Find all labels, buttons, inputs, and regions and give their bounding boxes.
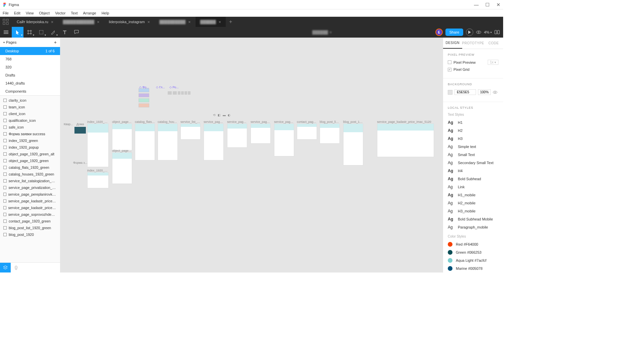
move-tool[interactable]: ▾ bbox=[12, 27, 23, 38]
menu-file[interactable]: File bbox=[3, 11, 9, 15]
canvas-frame[interactable]: blog_post_list_... bbox=[320, 120, 340, 144]
text-style-item[interactable]: AgH2 bbox=[448, 127, 498, 135]
file-name[interactable]: ██████▾ bbox=[312, 30, 332, 35]
layer-item[interactable]: service_page_pereplanirovka_1920... bbox=[0, 191, 60, 198]
canvas-frame[interactable]: catalog_hous... bbox=[158, 120, 178, 160]
menu-view[interactable]: View bbox=[26, 11, 34, 15]
tab-prototype[interactable]: PROTOTYPE bbox=[462, 38, 484, 49]
layer-item[interactable]: team_icon bbox=[0, 104, 60, 110]
canvas-frame[interactable]: index_1920_p... bbox=[87, 169, 109, 188]
layer-item[interactable]: object_page_1920_green bbox=[0, 157, 60, 164]
zoom-dropdown[interactable]: 4%▾ bbox=[484, 30, 492, 34]
layer-item[interactable]: service_page_kadastr_price_1920_... bbox=[0, 204, 60, 211]
library-icon[interactable] bbox=[494, 30, 500, 35]
new-tab-button[interactable]: + bbox=[226, 19, 235, 25]
close-tab-icon[interactable]: × bbox=[218, 19, 221, 24]
user-avatar[interactable]: E bbox=[435, 29, 443, 36]
canvas-frame[interactable]: object_page_... bbox=[112, 120, 132, 150]
text-style-item[interactable]: AgH4 bbox=[448, 167, 498, 175]
frame-tool[interactable]: ▾ bbox=[23, 27, 35, 38]
selection-toolbar[interactable]: ⟲◧▬◐ bbox=[213, 113, 230, 117]
background-swatch[interactable] bbox=[448, 90, 452, 95]
file-tab[interactable]: ████████████× bbox=[58, 17, 104, 27]
text-style-item[interactable]: AgBold Subhead bbox=[448, 175, 498, 183]
page-item[interactable]: 320 bbox=[0, 63, 60, 71]
pixel-preview-scale[interactable]: 1x ▾ bbox=[488, 60, 498, 65]
pixel-grid-checkbox[interactable] bbox=[448, 68, 451, 71]
menu-edit[interactable]: Edit bbox=[14, 11, 20, 15]
add-page-button[interactable]: + bbox=[54, 40, 57, 45]
visibility-icon[interactable] bbox=[493, 91, 497, 94]
layer-item[interactable]: qualification_icon bbox=[0, 117, 60, 124]
layer-item[interactable]: blog_post_list_1920_green bbox=[0, 225, 60, 231]
layer-item[interactable]: clarity_icon bbox=[0, 97, 60, 104]
text-style-item[interactable]: AgSecondary Small Text bbox=[448, 159, 498, 167]
home-icon[interactable] bbox=[3, 19, 9, 25]
frame-label[interactable]: Квар... bbox=[64, 122, 73, 126]
text-style-item[interactable]: AgH3_mobile bbox=[448, 207, 498, 215]
close-icon[interactable]: ✕ bbox=[496, 2, 500, 7]
page-item[interactable]: Drafts bbox=[0, 71, 60, 79]
text-style-item[interactable]: AgH1_mobile bbox=[448, 191, 498, 199]
tab-code[interactable]: CODE bbox=[484, 38, 503, 49]
layer-item[interactable]: catalog_houses_1920_green bbox=[0, 171, 60, 178]
background-opacity-input[interactable] bbox=[478, 89, 491, 95]
canvas-frame[interactable]: service_page_... bbox=[227, 120, 247, 148]
layer-item[interactable]: contact_page_1920_green bbox=[0, 218, 60, 225]
page-item[interactable]: 768 bbox=[0, 55, 60, 63]
file-tab[interactable]: liderpoiska_instagram× bbox=[104, 17, 155, 27]
canvas-frame[interactable]: object_page_... bbox=[112, 149, 132, 184]
frame-label[interactable]: Форма з... bbox=[73, 161, 87, 164]
canvas-frame[interactable]: index_1920_g... bbox=[87, 120, 109, 167]
canvas-frame[interactable]: service_list_c... bbox=[180, 120, 201, 140]
layer-item[interactable]: service_page_soprovozhdenie_1920 bbox=[0, 211, 60, 218]
layer-item[interactable]: service_page_privatization_1920 bbox=[0, 184, 60, 191]
menu-object[interactable]: Object bbox=[39, 11, 50, 15]
text-style-item[interactable]: AgH2_mobile bbox=[448, 199, 498, 207]
color-style-item[interactable]: Marine #005078 bbox=[448, 264, 498, 272]
close-tab-icon[interactable]: × bbox=[148, 19, 150, 24]
canvas-frame[interactable]: contact_page_... bbox=[297, 120, 317, 140]
component-label[interactable]: ◇ Гл... bbox=[156, 86, 165, 89]
maximize-icon[interactable]: ☐ bbox=[485, 2, 490, 7]
assets-tab-button[interactable] bbox=[11, 263, 21, 272]
canvas-frame[interactable]: service_page_... bbox=[274, 120, 294, 156]
layer-item[interactable]: Форма заявки success bbox=[0, 131, 60, 137]
text-style-item[interactable]: AgSimple text bbox=[448, 143, 498, 151]
pen-tool[interactable]: ▾ bbox=[47, 27, 59, 38]
text-style-item[interactable]: AgSmall Text bbox=[448, 151, 498, 159]
canvas-frame[interactable]: service_page_... bbox=[204, 120, 224, 160]
menu-help[interactable]: Help bbox=[102, 11, 109, 15]
canvas-frame[interactable]: blog_post_19... bbox=[343, 120, 363, 165]
layer-item[interactable]: service_page_kadastr_price_imac_... bbox=[0, 198, 60, 204]
layer-item[interactable]: client_icon bbox=[0, 110, 60, 117]
text-style-item[interactable]: AgH1 bbox=[448, 118, 498, 127]
color-style-item[interactable]: Green #066253 bbox=[448, 248, 498, 256]
component-label[interactable]: ◇ Ро... bbox=[169, 86, 179, 89]
file-tab[interactable]: ██████× bbox=[196, 17, 226, 27]
layers-tab-button[interactable] bbox=[0, 263, 11, 272]
text-tool[interactable] bbox=[59, 27, 70, 38]
text-style-item[interactable]: AgLink bbox=[448, 183, 498, 191]
file-tab[interactable]: Сайт liderpoiska.ru× bbox=[12, 17, 58, 27]
close-tab-icon[interactable]: × bbox=[97, 19, 100, 24]
pixel-preview-checkbox[interactable] bbox=[448, 60, 451, 64]
color-style-item[interactable]: Aqua Light #7acfcf bbox=[448, 256, 498, 264]
text-style-item[interactable]: AgBold Subhead Mobile bbox=[448, 215, 498, 223]
layer-item[interactable]: service_list_catalogization_1920 bbox=[0, 178, 60, 184]
menu-arrange[interactable]: Arrange bbox=[83, 11, 96, 15]
view-options-icon[interactable] bbox=[476, 30, 481, 34]
page-item[interactable]: Components bbox=[0, 87, 60, 95]
minimize-icon[interactable]: — bbox=[474, 2, 479, 7]
layer-item[interactable]: object_page_1920_green_alt bbox=[0, 151, 60, 157]
color-style-item[interactable]: Red #F64000 bbox=[448, 240, 498, 248]
comment-tool[interactable] bbox=[70, 27, 82, 38]
file-tab[interactable]: ██████████× bbox=[155, 17, 196, 27]
page-item[interactable]: 1440_drafts bbox=[0, 79, 60, 87]
canvas[interactable]: ◇ Фо...◇ Гл...◇ Ро...Квар...ДомаФорма з.… bbox=[60, 38, 443, 272]
layer-item[interactable]: safe_icon bbox=[0, 124, 60, 131]
canvas-frame[interactable]: service_page_kadastr_price_imac_5120 bbox=[377, 120, 434, 157]
shape-tool[interactable]: ▾ bbox=[35, 27, 47, 38]
close-tab-icon[interactable]: × bbox=[188, 19, 191, 24]
layer-item[interactable]: blog_post_1920 bbox=[0, 231, 60, 238]
